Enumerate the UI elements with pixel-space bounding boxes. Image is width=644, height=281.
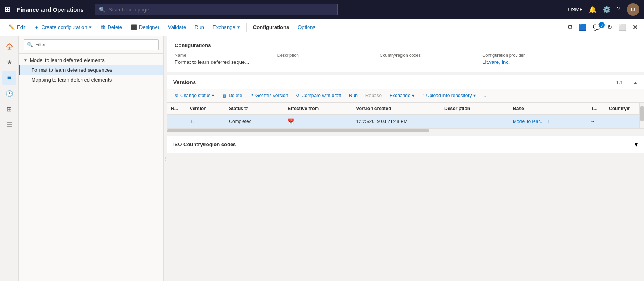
table-header-row: R... Version Status ▽ Effective from Ver…	[167, 103, 644, 115]
config-field-country: Country/region codes	[380, 53, 483, 67]
configurations-tab[interactable]: Configurations	[249, 22, 293, 33]
create-configuration-button[interactable]: ＋ Create configuration ▾	[30, 22, 96, 33]
compare-icon: ↺	[296, 93, 300, 98]
upload-repository-button[interactable]: ↑ Upload into repository ▾	[419, 91, 479, 100]
versions-controls: 1.1 -- ▲	[616, 80, 638, 85]
settings-icon[interactable]: ⚙️	[603, 6, 611, 13]
versions-header: Versions 1.1 -- ▲	[167, 75, 644, 89]
configurations-title: Configurations	[175, 42, 636, 48]
help-icon[interactable]: ?	[617, 6, 620, 13]
iso-collapse-icon[interactable]: ▾	[635, 141, 638, 148]
close-icon[interactable]: ✕	[631, 22, 639, 33]
filter-input-wrapper[interactable]: 🔍	[24, 39, 159, 50]
config-panel: Configurations Name Format to learn defe…	[167, 36, 644, 72]
change-status-button[interactable]: ↻ Change status ▾	[172, 91, 217, 100]
tree-child-label-0: Format to learn deferred sequences	[31, 67, 112, 73]
config-fields: Name Format to learn deferred seque... D…	[175, 53, 636, 67]
version-separator: --	[626, 80, 630, 85]
versions-toolbar: ↻ Change status ▾ 🗑 Delete ↗ Get this ve…	[167, 89, 644, 103]
versions-rebase-button[interactable]: Rebase	[362, 91, 385, 100]
name-field-value: Format to learn deferred seque...	[175, 59, 277, 67]
notification-badge: 0	[599, 22, 605, 28]
exchange-button[interactable]: Exchange ▾	[209, 22, 244, 33]
main-layout: 🏠 ★ ≡ 🕐 ⊞ ☰ 🔍 ▼ Model to learn deferred …	[0, 36, 644, 281]
sidebar-item-workspaces[interactable]: ⊞	[2, 102, 16, 116]
filter-input[interactable]	[35, 42, 155, 47]
col-header-version[interactable]: Version	[186, 103, 225, 115]
waffle-icon[interactable]: ⊞	[5, 5, 11, 14]
search-bar[interactable]: 🔍	[95, 4, 338, 15]
microsoft-icon[interactable]: 🟦	[577, 22, 588, 33]
change-status-icon: ↻	[175, 93, 179, 98]
calendar-icon[interactable]: 📅	[288, 118, 294, 125]
plus-icon: ＋	[34, 24, 39, 31]
change-status-chevron: ▾	[212, 93, 214, 98]
exchange-chevron-icon: ▾	[237, 24, 240, 30]
table-row[interactable]: 1.1 Completed 📅 12/25/2019 03:21:48 PM M…	[167, 115, 644, 128]
maximize-icon[interactable]: ⬜	[617, 22, 628, 33]
col-header-effective[interactable]: Effective from	[284, 103, 352, 115]
compare-with-draft-button[interactable]: ↺ Compare with draft	[293, 91, 344, 100]
sidebar-item-home[interactable]: 🏠	[2, 39, 16, 53]
run-button[interactable]: Run	[191, 22, 208, 33]
versions-exchange-button[interactable]: Exchange ▾	[386, 91, 417, 100]
h-scrollbar-thumb	[167, 129, 429, 132]
col-header-status[interactable]: Status ▽	[225, 103, 284, 115]
designer-button[interactable]: ⬛ Designer	[127, 22, 163, 33]
sidebar-item-list[interactable]: ≡	[2, 71, 16, 85]
version-number: 1.1	[616, 80, 623, 85]
upload-chevron-icon: ▾	[473, 93, 476, 98]
name-field-label: Name	[175, 53, 277, 58]
iso-title: ISO Country/region codes	[173, 141, 236, 147]
cell-status: Completed	[225, 115, 284, 128]
col-header-description[interactable]: Description	[440, 103, 509, 115]
versions-delete-button[interactable]: 🗑 Delete	[219, 91, 245, 100]
description-field-label: Description	[277, 53, 380, 58]
tree-child-item-0[interactable]: Format to learn deferred sequences	[19, 65, 163, 75]
tree-child-item-1[interactable]: Mapping to learn deferred elements	[19, 75, 163, 85]
country-field-label: Country/region codes	[380, 53, 483, 58]
versions-title: Versions	[173, 79, 196, 85]
get-this-version-button[interactable]: ↗ Get this version	[247, 91, 291, 100]
more-button[interactable]: ...	[480, 91, 490, 100]
content-area: Configurations Name Format to learn defe…	[167, 36, 644, 281]
sidebar-item-recent[interactable]: 🕐	[2, 86, 16, 100]
vertical-scrollbar[interactable]	[639, 103, 644, 128]
versions-delete-icon: 🗑	[222, 93, 227, 98]
cell-country	[605, 115, 644, 128]
cell-description	[440, 115, 509, 128]
top-nav-right: USMF 🔔 ⚙️ ? U	[568, 3, 639, 16]
tree-items: ▼ Model to learn deferred elements Forma…	[19, 54, 163, 86]
validate-button[interactable]: Validate	[164, 22, 190, 33]
horizontal-scrollbar[interactable]	[167, 128, 644, 133]
provider-field-value[interactable]: Litware, Inc.	[482, 59, 636, 67]
col-header-created[interactable]: Version created	[352, 103, 440, 115]
username-label: USMF	[568, 7, 582, 13]
col-header-t[interactable]: T...	[587, 103, 605, 115]
avatar[interactable]: U	[627, 3, 639, 16]
sidebar-item-favorites[interactable]: ★	[2, 55, 16, 69]
col-header-country[interactable]: Country/r	[605, 103, 644, 115]
status-filter-icon[interactable]: ▽	[244, 107, 248, 111]
iso-section[interactable]: ISO Country/region codes ▾	[167, 136, 644, 153]
tree-collapse-arrow[interactable]: ▼	[24, 58, 27, 62]
search-input[interactable]	[109, 7, 333, 13]
versions-section: Versions 1.1 -- ▲ ↻ Change status ▾ 🗑 De…	[167, 75, 644, 133]
col-header-r: R...	[167, 103, 186, 115]
toolbar-separator	[246, 23, 247, 32]
customize-icon[interactable]: ⚙	[566, 22, 574, 33]
notification-icon[interactable]: 🔔	[589, 6, 597, 13]
refresh-icon[interactable]: ↻	[606, 22, 614, 33]
sidebar-item-bookmarks[interactable]: ☰	[2, 118, 16, 132]
tree-parent-item: ▼ Model to learn deferred elements	[19, 55, 163, 65]
get-version-icon: ↗	[250, 93, 254, 98]
versions-run-button[interactable]: Run	[346, 91, 361, 100]
delete-button[interactable]: 🗑 Delete	[96, 22, 126, 33]
toolbar-right: ⚙ 🟦 💬 0 ↻ ⬜ ✕	[566, 22, 639, 33]
col-header-base[interactable]: Base	[509, 103, 587, 115]
resize-handle[interactable]: ⋮	[164, 36, 167, 281]
versions-collapse-icon[interactable]: ▲	[633, 80, 638, 85]
edit-button[interactable]: ✏️ Edit	[5, 22, 29, 33]
versions-exchange-chevron: ▾	[412, 93, 414, 98]
options-tab[interactable]: Options	[294, 22, 319, 33]
